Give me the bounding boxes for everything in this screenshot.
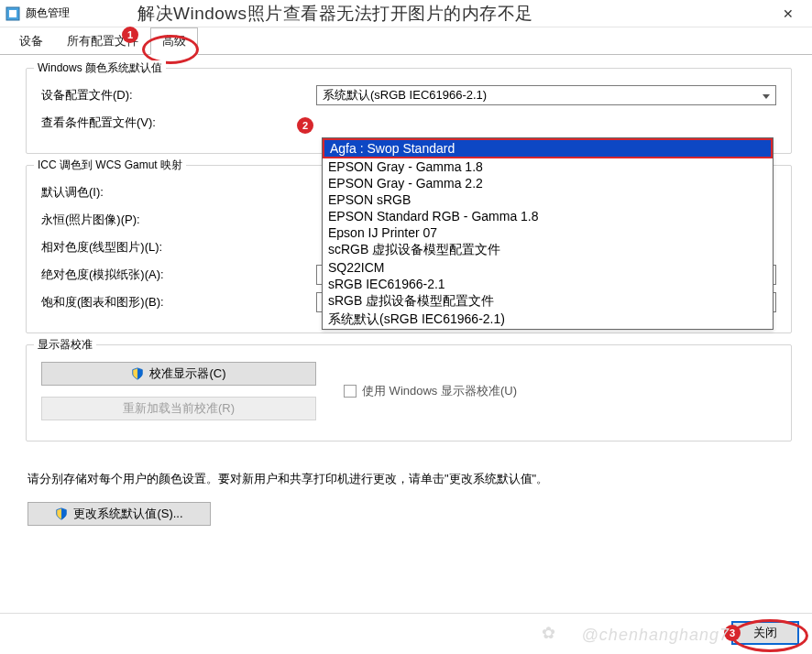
window-title: 颜色管理 xyxy=(26,5,70,21)
checkbox-use-windows-calibration[interactable]: 使用 Windows 显示器校准(U) xyxy=(344,383,776,399)
button-calibrate-label: 校准显示器(C) xyxy=(149,365,225,382)
watermark-text: @chenhanghang7 xyxy=(582,626,730,645)
dropdown-option[interactable]: EPSON Gray - Gamma 1.8 xyxy=(323,158,773,175)
button-reload-calibration: 重新加载当前校准(R) xyxy=(41,397,316,420)
dropdown-device-profile[interactable]: Agfa : Swop StandardEPSON Gray - Gamma 1… xyxy=(322,137,774,330)
checkbox-label: 使用 Windows 显示器校准(U) xyxy=(362,383,517,399)
dropdown-option[interactable]: sRGB IEC61966-2.1 xyxy=(323,276,773,292)
dropdown-option[interactable]: Epson IJ Printer 07 xyxy=(323,224,773,241)
button-calibrate-display[interactable]: 校准显示器(C) xyxy=(41,362,316,386)
label-default-intent: 默认调色(I): xyxy=(41,184,307,201)
watermark-paw-icon: ✿ xyxy=(542,623,555,643)
label-viewing-conditions: 查看条件配置文件(V): xyxy=(41,114,307,131)
dropdown-option[interactable]: EPSON Gray - Gamma 2.2 xyxy=(323,175,773,191)
window-close-button[interactable]: ✕ xyxy=(768,1,808,27)
checkbox-box xyxy=(344,385,357,398)
svg-rect-1 xyxy=(9,10,16,17)
shield-icon xyxy=(55,507,68,520)
button-change-defaults-label: 更改系统默认值(S)... xyxy=(73,506,182,522)
dropdown-option[interactable]: Agfa : Swop Standard xyxy=(323,138,773,158)
button-reload-label: 重新加载当前校准(R) xyxy=(123,400,235,417)
group-display-calibration: 显示器校准 校准显示器(C) 重新加载当前校准(R) 使用 Windows 显示 xyxy=(26,344,792,441)
tab-devices[interactable]: 设备 xyxy=(7,27,55,55)
help-text: 请分别存储对每个用户的颜色设置。要对新用户和共享打印机进行更改，请单击"更改系统… xyxy=(0,462,812,502)
group-title-defaults: Windows 颜色系统默认值 xyxy=(34,60,166,76)
dropdown-option[interactable]: sRGB 虚拟设备模型配置文件 xyxy=(323,292,773,311)
label-relative: 相对色度(线型图片)(L): xyxy=(41,239,307,256)
label-absolute: 绝对色度(模拟纸张)(A): xyxy=(41,267,307,283)
label-device-profile: 设备配置文件(D): xyxy=(41,87,307,104)
callout-circle-3 xyxy=(731,619,808,652)
shield-icon xyxy=(131,367,144,380)
button-change-system-defaults[interactable]: 更改系统默认值(S)... xyxy=(27,502,211,526)
callout-badge-1: 1 xyxy=(122,27,138,43)
group-title-calibration: 显示器校准 xyxy=(34,337,96,353)
dropdown-option[interactable]: SQ22ICM xyxy=(323,259,773,276)
dropdown-option[interactable]: EPSON sRGB xyxy=(323,191,773,208)
dropdown-option[interactable]: EPSON Standard RGB - Gamma 1.8 xyxy=(323,208,773,224)
label-perceptual: 永恒(照片图像)(P): xyxy=(41,212,307,228)
group-title-icc: ICC 调色到 WCS Gamut 映射 xyxy=(34,158,186,173)
dropdown-option[interactable]: 系统默认(sRGB IEC61966-2.1) xyxy=(323,311,773,329)
label-saturation: 饱和度(图表和图形)(B): xyxy=(41,294,307,311)
overlay-annotation-title: 解决Windows照片查看器无法打开图片的内存不足 xyxy=(137,2,533,26)
combo-device-profile[interactable]: 系统默认(sRGB IEC61966-2.1) xyxy=(316,85,776,105)
app-icon xyxy=(5,6,20,21)
dropdown-option[interactable]: scRGB 虚拟设备模型配置文件 xyxy=(323,241,773,259)
callout-badge-2: 2 xyxy=(297,117,313,134)
